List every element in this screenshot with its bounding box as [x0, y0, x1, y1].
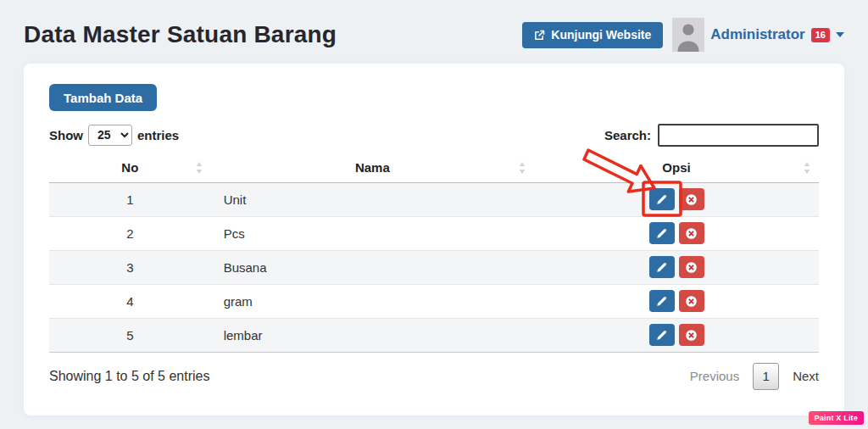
row-actions — [534, 182, 819, 216]
pencil-icon — [656, 194, 667, 205]
row-name: Busana — [211, 250, 534, 284]
edit-button[interactable] — [649, 256, 675, 278]
table-body: 1 Unit — [49, 182, 819, 352]
external-link-icon — [534, 30, 545, 41]
sort-arrows-icon — [804, 162, 810, 174]
row-actions — [534, 250, 819, 284]
table-footer: Showing 1 to 5 of 5 entries Previous 1 N… — [49, 363, 819, 390]
column-header-opsi-label: Opsi — [662, 160, 690, 175]
table-row: 5 lembar — [49, 318, 819, 352]
pencil-icon — [656, 330, 667, 341]
page-title: Data Master Satuan Barang — [24, 21, 337, 48]
row-name: Pcs — [211, 216, 534, 250]
sort-arrows-icon — [196, 162, 203, 174]
search-label: Search: — [604, 128, 651, 142]
edit-button[interactable] — [649, 222, 675, 244]
table-info: Showing 1 to 5 of 5 entries — [49, 369, 209, 384]
delete-button[interactable] — [679, 222, 704, 244]
row-name: gram — [211, 284, 534, 318]
avatar — [672, 18, 704, 52]
delete-button[interactable] — [679, 188, 704, 210]
table-row: 3 Busana — [49, 250, 819, 284]
delete-button[interactable] — [679, 324, 704, 346]
row-actions — [534, 284, 819, 318]
table-row: 1 Unit — [49, 182, 819, 216]
pagination-previous[interactable]: Previous — [690, 369, 739, 383]
x-circle-icon — [685, 295, 698, 308]
x-circle-icon — [685, 329, 698, 342]
column-header-no[interactable]: No — [49, 153, 211, 182]
column-header-opsi[interactable]: Opsi — [534, 153, 819, 182]
sort-arrows-icon — [519, 162, 526, 174]
page: Data Master Satuan Barang Kunjungi Websi… — [0, 0, 868, 429]
row-no: 1 — [49, 182, 211, 216]
row-no: 4 — [49, 284, 211, 318]
data-table: No Nama Opsi — [49, 153, 819, 353]
row-name: lembar — [211, 318, 534, 352]
add-data-button[interactable]: Tambah Data — [49, 84, 157, 111]
topbar: Data Master Satuan Barang Kunjungi Websi… — [0, 0, 868, 53]
x-circle-icon — [685, 261, 698, 274]
visit-website-button[interactable]: Kunjungi Website — [522, 22, 663, 48]
row-no: 2 — [49, 216, 211, 250]
visit-website-label: Kunjungi Website — [551, 28, 651, 42]
table-header-row: No Nama Opsi — [49, 153, 819, 182]
row-no: 5 — [49, 318, 211, 352]
row-actions — [534, 216, 819, 250]
x-circle-icon — [685, 193, 698, 206]
row-name: Unit — [211, 182, 534, 216]
search-control: Search: — [604, 124, 819, 147]
table-controls: Show 25 entries Search: — [49, 123, 819, 147]
x-circle-icon — [685, 227, 698, 240]
pagination-next[interactable]: Next — [793, 369, 819, 383]
pencil-icon — [656, 296, 667, 307]
notification-badge: 16 — [811, 28, 830, 42]
edit-button[interactable] — [649, 188, 675, 210]
topbar-right: Kunjungi Website Administrator 16 — [522, 18, 844, 52]
row-actions — [534, 318, 819, 352]
user-name-label: Administrator — [710, 26, 804, 43]
pencil-icon — [656, 228, 667, 239]
caret-down-icon — [836, 32, 844, 37]
column-header-nama[interactable]: Nama — [211, 153, 534, 182]
column-header-nama-label: Nama — [355, 160, 390, 175]
edit-button[interactable] — [649, 324, 675, 346]
user-menu[interactable]: Administrator 16 — [672, 18, 844, 52]
pagination: Previous 1 Next — [690, 363, 819, 390]
entries-label: entries — [137, 128, 179, 142]
pagination-page-1[interactable]: 1 — [753, 363, 779, 390]
watermark: Paint X Lite — [809, 411, 864, 425]
show-label: Show — [49, 128, 83, 142]
pencil-icon — [656, 262, 667, 273]
delete-button[interactable] — [679, 256, 704, 278]
entries-select[interactable]: 25 — [88, 125, 132, 146]
edit-button[interactable] — [649, 290, 675, 312]
content-card: Tambah Data Show 25 entries Search: No — [24, 64, 844, 415]
delete-button[interactable] — [679, 290, 704, 312]
search-input[interactable] — [658, 124, 819, 147]
column-header-no-label: No — [121, 160, 138, 175]
entries-length-control: Show 25 entries — [49, 125, 179, 146]
table-row: 2 Pcs — [49, 216, 819, 250]
row-no: 3 — [49, 250, 211, 284]
table-row: 4 gram — [49, 284, 819, 318]
